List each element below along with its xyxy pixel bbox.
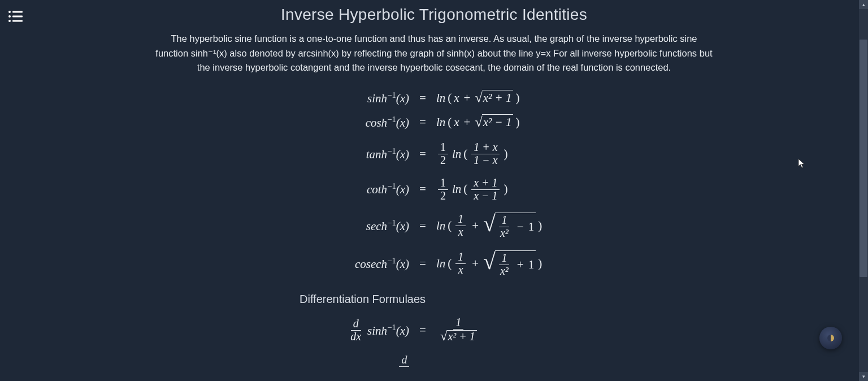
scroll-down-arrow[interactable]: ▾ [859,372,868,381]
svg-point-2 [8,15,11,18]
intro-paragraph: The hyperbolic sine function is a one-to… [154,32,714,75]
svg-rect-1 [12,11,23,13]
scroll-up-arrow[interactable]: ▴ [859,0,868,9]
vertical-scrollbar[interactable]: ▴ ▾ [859,0,868,381]
svg-point-0 [8,11,11,13]
identities-block: sinh−1(x) = ln(x+ x² + 1) cosh−1(x) = ln… [151,90,717,278]
derivatives-block: ddx sinh−1(x) = 1 x² + 1 d 1 [151,317,717,379]
theme-toggle-button[interactable] [819,327,842,349]
main-content: Inverse Hyperbolic Trigonometric Identit… [151,0,717,379]
svg-point-4 [8,20,11,22]
svg-rect-3 [12,16,23,18]
page-title: Inverse Hyperbolic Trigonometric Identit… [151,6,717,24]
identity-coth: coth−1(x) = 12 ln( x + 1x − 1 ) [151,177,717,202]
identity-sinh: sinh−1(x) = ln(x+ x² + 1) [151,90,717,106]
svg-rect-5 [12,20,23,22]
scroll-thumb[interactable] [860,40,867,277]
identity-tanh: tanh−1(x) = 12 ln( 1 + x1 − x ) [151,142,717,166]
menu-icon[interactable] [8,10,24,23]
cursor-icon [798,158,806,171]
identity-cosh: cosh−1(x) = ln(x+ x² − 1) [151,114,717,131]
identity-cosech: cosech−1(x) = ln( 1x + 1x² +1 ) [151,250,717,277]
theme-toggle-icon [827,335,834,341]
differentiation-heading: Differentiation Formulaes [151,293,717,306]
identity-sech: sech−1(x) = ln( 1x + 1x² −1 ) [151,213,717,239]
derivative-next-partial: d 1 [151,354,717,379]
derivative-sinh: ddx sinh−1(x) = 1 x² + 1 [151,317,717,343]
